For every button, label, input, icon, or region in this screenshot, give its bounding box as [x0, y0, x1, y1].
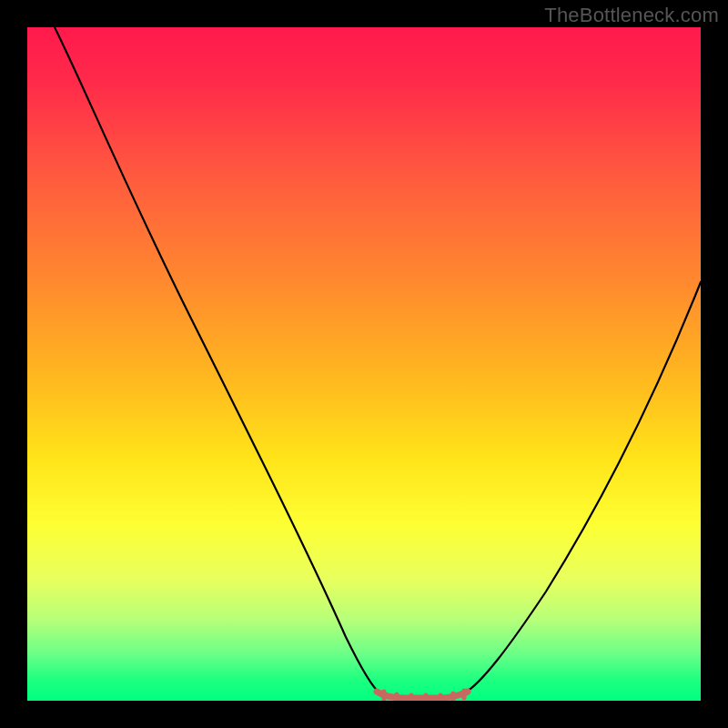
chart-frame: TheBottleneck.com — [0, 0, 728, 728]
watermark-text: TheBottleneck.com — [544, 4, 719, 27]
bottom-segment-ticks — [384, 691, 464, 701]
plot-area — [27, 27, 701, 701]
curve-layer — [27, 27, 701, 701]
curve-left-arm — [55, 27, 380, 693]
curve-right-arm — [464, 282, 701, 693]
